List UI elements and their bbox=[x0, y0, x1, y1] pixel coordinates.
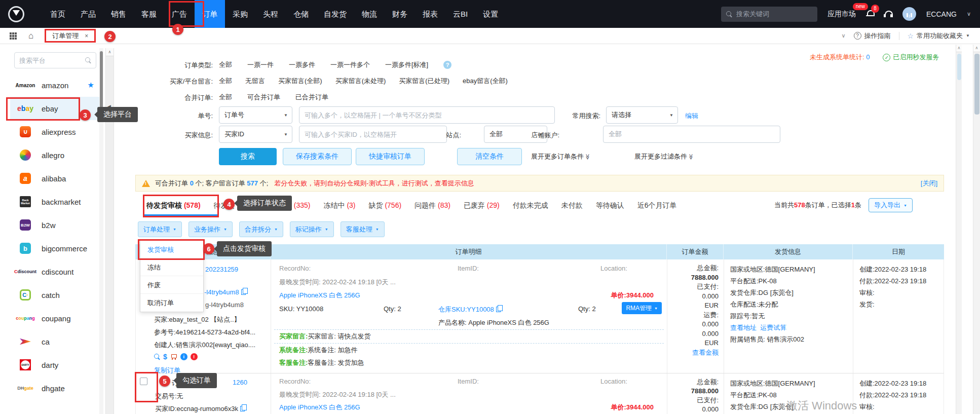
common-search-select[interactable]: 请选择▼ bbox=[606, 106, 678, 124]
store-account-field[interactable]: 全部 bbox=[603, 126, 780, 143]
search-icon[interactable] bbox=[154, 354, 160, 360]
status-tab-unpaid[interactable]: 未付款 bbox=[561, 201, 583, 210]
option-merge-done[interactable]: 已合并订单 bbox=[295, 93, 328, 102]
tabs-collapse-icon[interactable]: ∨ bbox=[841, 32, 845, 39]
order-process-button[interactable]: 订单处理▼ bbox=[138, 221, 182, 237]
order-no-link[interactable]: 202231259 bbox=[205, 266, 238, 273]
order-no-link[interactable]: 1260 bbox=[233, 379, 247, 386]
buyer-id-input[interactable] bbox=[299, 126, 447, 143]
nav-item-settings[interactable]: 设置 bbox=[475, 0, 506, 28]
username[interactable]: ECCANG bbox=[926, 10, 957, 18]
guide-link[interactable]: ? 操作指南 bbox=[854, 31, 891, 41]
nav-item-service[interactable]: 客服 bbox=[134, 0, 164, 28]
merge-split-button[interactable]: 合并拆分▼ bbox=[239, 221, 283, 237]
nav-item-firstleg[interactable]: 头程 bbox=[255, 0, 286, 28]
platform-item-darty[interactable]: DARTY darty bbox=[10, 353, 99, 377]
sidebar-scrollbar[interactable] bbox=[99, 48, 103, 414]
favorite-star-icon[interactable]: ★ bbox=[88, 81, 94, 90]
alert-icon[interactable]: ! bbox=[191, 353, 198, 360]
option-msg-buyer-done[interactable]: 买家留言(已处理) bbox=[399, 77, 449, 86]
status-tab-frozen[interactable]: 冻结中 (3) bbox=[324, 201, 356, 210]
dropdown-item-ship-audit[interactable]: 发货审核 bbox=[140, 241, 203, 258]
nav-item-warehouse[interactable]: 仓储 bbox=[286, 0, 316, 28]
platform-item-ca[interactable]: ca bbox=[10, 330, 99, 353]
cs-process-button[interactable]: 客服处理▼ bbox=[341, 221, 385, 237]
page-scrollbar[interactable]: ∧ bbox=[973, 45, 980, 414]
import-export-button[interactable]: 导入导出▼ bbox=[869, 198, 913, 212]
favorites-link[interactable]: ☆ 常用功能收藏夹 ▼ bbox=[908, 31, 970, 41]
home-icon[interactable]: ⌂ bbox=[28, 31, 33, 41]
scroll-up-arrow[interactable]: ∧ bbox=[973, 45, 980, 52]
nav-item-log[interactable]: 物流 bbox=[354, 0, 385, 28]
order-no-input[interactable] bbox=[299, 106, 555, 124]
product-link[interactable]: Apple iPhoneXS 白色 256G bbox=[279, 403, 360, 412]
avatar[interactable] bbox=[902, 7, 916, 21]
copy-icon[interactable] bbox=[496, 307, 501, 312]
product-link[interactable]: Apple iPhoneXS 白色 256G bbox=[279, 291, 360, 300]
status-tab-recent-6-months[interactable]: 近6个月订单 bbox=[637, 201, 677, 210]
status-tab-payment-incomplete[interactable]: 付款未完成 bbox=[513, 201, 548, 210]
view-address-link[interactable]: 查看地址 bbox=[730, 324, 757, 331]
platform-item-backmarket[interactable]: BackMarket backmarket bbox=[10, 190, 99, 213]
option-one-many[interactable]: 一票多件 bbox=[289, 60, 315, 69]
close-warning-link[interactable]: [关闭] bbox=[921, 179, 937, 188]
option-msg-buyer-all[interactable]: 买家留言(全部) bbox=[278, 77, 322, 86]
platform-item-amazon[interactable]: Amazon amazon ★ bbox=[10, 73, 99, 97]
option-all[interactable]: 全部 bbox=[219, 60, 232, 69]
nav-item-purchase[interactable]: 采购 bbox=[225, 0, 255, 28]
status-tab-voided[interactable]: 已废弃 (29) bbox=[464, 201, 500, 210]
mark-ops-button[interactable]: 标记操作▼ bbox=[290, 221, 334, 237]
platform-item-aliexpress[interactable]: ∪ aliexpress bbox=[10, 120, 99, 143]
option-one-one-multi[interactable]: 一票一件多个 bbox=[330, 60, 370, 69]
copy-icon[interactable] bbox=[240, 406, 245, 411]
close-icon[interactable]: × bbox=[85, 32, 88, 40]
nav-item-cloudbi[interactable]: 云BI bbox=[445, 0, 475, 28]
platform-item-dhgate[interactable]: DHgate dhgate bbox=[10, 377, 99, 400]
platform-item-alibaba[interactable]: a alibaba bbox=[10, 167, 99, 190]
expand-filter-conditions-link[interactable]: 展开更多过滤条件≫ bbox=[634, 152, 694, 161]
dollar-icon[interactable]: $ bbox=[163, 353, 167, 361]
platform-search[interactable] bbox=[14, 52, 96, 68]
platform-item-bigcommerce[interactable]: b bigcommerce bbox=[10, 237, 99, 260]
notifications-button[interactable]: 8 bbox=[866, 10, 874, 19]
quick-audit-button[interactable]: 快捷审核订单 bbox=[356, 148, 425, 165]
nav-item-finance[interactable]: 财务 bbox=[385, 0, 415, 28]
status-tab-problem[interactable]: 问题件 (83) bbox=[414, 201, 450, 210]
nav-item-selfship[interactable]: 自发货 bbox=[316, 0, 354, 28]
status-tab-awaiting-confirm[interactable]: 等待确认 bbox=[596, 201, 624, 210]
nav-item-sales[interactable]: 销售 bbox=[103, 0, 134, 28]
clear-button[interactable]: 清空条件 bbox=[457, 148, 522, 165]
nav-item-report[interactable]: 报表 bbox=[415, 0, 445, 28]
option-msg-buyer-pending[interactable]: 买家留言(未处理) bbox=[335, 77, 386, 86]
cart-icon[interactable] bbox=[170, 354, 177, 360]
option-merge-all[interactable]: 全部 bbox=[219, 93, 232, 102]
expand-order-conditions-link[interactable]: 展开更多订单条件≫ bbox=[531, 152, 591, 161]
option-one-many-std[interactable]: 一票多件[标准] bbox=[385, 60, 428, 69]
nav-item-product[interactable]: 产品 bbox=[73, 0, 103, 28]
rma-manage-button[interactable]: RMA管理▼ bbox=[622, 302, 662, 314]
option-msg-none[interactable]: 无留言 bbox=[245, 77, 265, 86]
platform-search-input[interactable] bbox=[19, 57, 85, 64]
buyer-type-select[interactable]: 买家ID▼ bbox=[219, 126, 292, 143]
status-tab-pending-audit[interactable]: 待发货审核 (578) bbox=[146, 201, 201, 210]
option-msg-all[interactable]: 全部 bbox=[219, 77, 232, 86]
help-icon[interactable]: ? bbox=[443, 61, 451, 69]
option-msg-ebay-all[interactable]: ebay留言(全部) bbox=[463, 77, 508, 86]
search-button[interactable]: 搜索 bbox=[219, 148, 277, 165]
view-amount-link[interactable]: 查看金额 bbox=[692, 349, 719, 356]
dropdown-item-freeze[interactable]: 冻结 bbox=[140, 258, 203, 276]
platform-item-catch[interactable]: C· catch bbox=[10, 283, 99, 307]
apps-grid-icon[interactable] bbox=[9, 32, 17, 40]
info-icon[interactable]: i bbox=[180, 353, 187, 360]
save-search-button[interactable]: 保存搜索条件 bbox=[283, 148, 352, 165]
global-search[interactable] bbox=[721, 7, 817, 22]
dropdown-item-cancel[interactable]: 取消订单 bbox=[140, 294, 203, 312]
nav-item-orders[interactable]: 订单 bbox=[195, 0, 225, 28]
scroll-up-arrow[interactable]: ∧ bbox=[106, 48, 114, 56]
business-ops-button[interactable]: 业务操作▼ bbox=[189, 221, 233, 237]
platform-item-coupang[interactable]: coupang coupang bbox=[10, 307, 99, 330]
row-checkbox[interactable] bbox=[140, 378, 147, 385]
edit-common-search-link[interactable]: 编辑 bbox=[685, 111, 698, 121]
status-tab-outofstock[interactable]: 缺货 (756) bbox=[369, 201, 402, 210]
nav-item-home[interactable]: 首页 bbox=[43, 0, 73, 28]
